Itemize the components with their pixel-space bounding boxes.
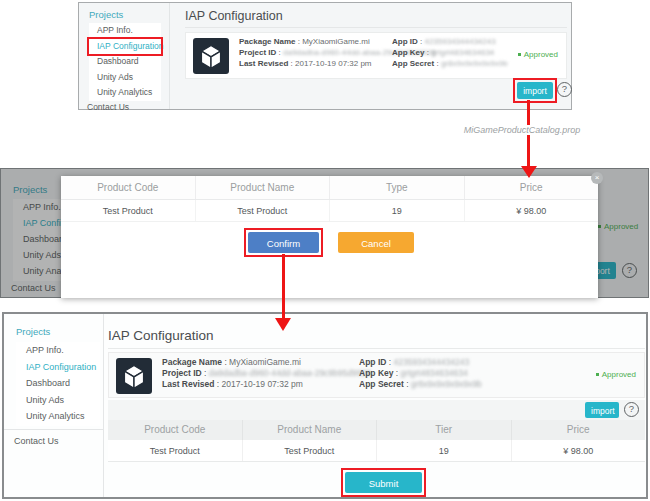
cancel-button[interactable]: Cancel [338,232,414,253]
sidebar-item-iap-configuration[interactable]: IAP Configuration [89,39,161,55]
column-header-product-name: Product Name [243,420,378,440]
approved-dot-icon [518,53,521,56]
screenshot-canvas: Projects APP Info. IAP Configuration Das… [0,0,650,501]
column-header-type: Type [330,176,465,199]
sidebar-item-unity-ads[interactable]: Unity Ads [89,70,161,86]
product-table-row: Test Product Test Product 19 ¥ 98.00 [108,440,645,462]
submit-button[interactable]: Submit [345,472,422,493]
product-table: Product Code Product Name Tier Price Tes… [108,420,645,462]
status-badge-approved: Approved [518,50,558,59]
cell-product-name: Test Product [196,200,331,221]
annotation-arrow-import-head [521,166,537,178]
unity-logo-icon [193,38,229,74]
sidebar-nav: APP Info. IAP Configuration Dashboard Un… [89,23,161,101]
submit-highlight-box: Submit [341,468,426,497]
sidebar-item-unity-ads[interactable]: Unity Ads [16,392,100,409]
top-panel: Projects APP Info. IAP Configuration Das… [78,2,572,110]
app-credentials: App ID : 4235934344434243 App Key : grtg… [392,37,508,69]
confirm-button[interactable]: Confirm [248,232,319,253]
sidebar-item-contact-us[interactable]: Contact Us [14,436,59,446]
cell-product-name: Test Product [243,440,378,461]
column-header-price: Price [512,420,646,440]
title-divider [108,348,645,349]
product-table-header: Product Code Product Name Tier Price [108,420,645,440]
sidebar-item-app-info[interactable]: APP Info. [16,342,100,359]
page-title: IAP Configuration [108,328,214,343]
bottom-panel: Projects APP Info. IAP Configuration Das… [2,312,648,499]
cell-product-code: Test Product [61,200,196,221]
app-info-card: Package Name : MyXiaomiGame.mi Project I… [185,32,567,79]
redacted-app-key: grtgrt4834634634 [401,368,468,378]
sidebar-item-dashboard[interactable]: Dashboard [89,54,161,70]
redacted-app-secret: gr8x9x9x9x9x9x9b [441,59,508,68]
sidebar-nav: APP Info. IAP Configuration Dashboard Un… [16,342,100,426]
sidebar-divider [103,314,104,497]
redacted-app-secret: gr8x9x9x9x9x9x9b [411,379,482,389]
sidebar-item-contact-us[interactable]: Contact Us [87,102,129,112]
status-badge-approved: Approved [596,370,636,379]
import-preview-dialog: × Product Code Product Name Type Price T… [61,176,598,298]
sidebar-projects-heading: Projects [16,326,50,337]
import-button[interactable]: import [517,82,553,99]
annotation-arrow-confirm-line [282,254,285,318]
column-header-product-code: Product Code [108,420,243,440]
annotation-catalog-label: MiGameProductCatalog.prop [455,125,589,135]
redacted-app-id: 4235934344434243 [424,37,495,46]
sidebar-item-dashboard[interactable]: Dashboard [16,375,100,392]
confirm-highlight-box: Confirm [244,228,323,257]
modal-table-header: Product Code Product Name Type Price [61,176,598,200]
sidebar-projects-heading: Projects [89,9,123,20]
import-button[interactable]: import [585,402,619,418]
app-info-card: Package Name : MyXiaomiGame.mi Project I… [108,352,645,398]
annotation-arrow-confirm-head [275,318,291,331]
sidebar-item-unity-analytics[interactable]: Unity Analytics [89,85,161,101]
sidebar-item-iap-configuration[interactable]: IAP Configuration [16,359,100,376]
cell-price: ¥ 98.00 [512,440,646,461]
column-header-price: Price [465,176,599,199]
cell-tier: 19 [377,440,512,461]
page-title: IAP Configuration [185,9,283,23]
package-info: Package Name : MyXiaomiGame.mi Project I… [162,357,371,389]
middle-panel-modal-screen: Projects APP Info. IAP Configuration Das… [0,168,649,298]
close-icon[interactable]: × [591,172,603,184]
redacted-app-key: grtgrt4834634634 [431,48,494,57]
help-icon[interactable]: ? [557,82,572,97]
sidebar-item-unity-analytics[interactable]: Unity Analytics [16,408,100,425]
title-divider [185,27,567,28]
sidebar-item-app-info[interactable]: APP Info. [89,23,161,39]
redacted-app-id: 4235934344434243 [393,357,469,367]
approved-dot-icon [596,373,599,376]
cell-type: 19 [330,200,465,221]
cell-product-code: Test Product [108,440,243,461]
app-credentials: App ID : 4235934344434243 App Key : grtg… [359,357,482,389]
sidebar-horizontal-divider [4,429,103,430]
sidebar-divider [169,3,170,109]
cell-price: ¥ 98.00 [465,200,599,221]
toolbar-band [108,400,645,420]
modal-table-row: Test Product Test Product 19 ¥ 98.00 [61,200,598,222]
column-header-product-name: Product Name [196,176,331,199]
import-highlight-box: import [513,78,557,103]
column-header-tier: Tier [377,420,512,440]
help-icon[interactable]: ? [624,402,639,417]
unity-logo-icon [116,358,152,394]
column-header-product-code: Product Code [61,176,196,199]
redacted-project-id: da9dadba-d960-44dd-abaa-29c9b95d9928 [209,368,371,378]
